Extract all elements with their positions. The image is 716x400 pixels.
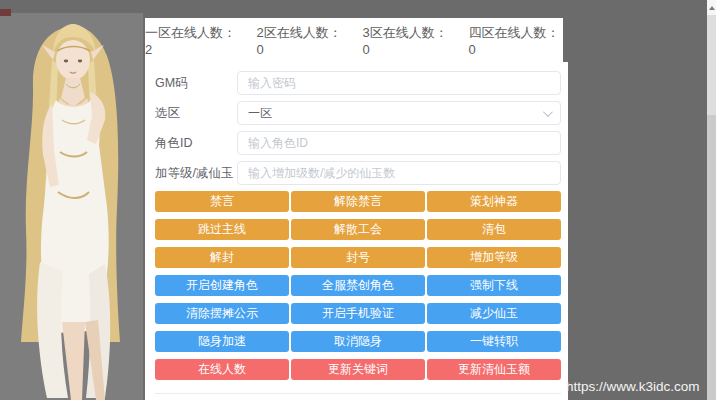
scroll-up-button[interactable] bbox=[707, 0, 716, 15]
add-level-button[interactable]: 增加等级 bbox=[427, 247, 561, 268]
cancel-stealth-button[interactable]: 取消隐身 bbox=[291, 331, 425, 352]
button-row-5: 清除摆摊公示 开启手机验证 减少仙玉 bbox=[155, 303, 561, 324]
clear-bag-button[interactable]: 清包 bbox=[427, 219, 561, 240]
planner-tool-button[interactable]: 策划神器 bbox=[427, 191, 561, 212]
zone-select[interactable]: 一区 bbox=[237, 101, 561, 125]
online-count-button[interactable]: 在线人数 bbox=[155, 359, 289, 380]
online-stat-zone1: 一区在线人数：2 bbox=[145, 24, 240, 57]
section-divider bbox=[155, 393, 561, 394]
chevron-down-icon bbox=[543, 107, 553, 117]
button-row-1: 禁言 解除禁言 策划神器 bbox=[155, 191, 561, 212]
mute-button[interactable]: 禁言 bbox=[155, 191, 289, 212]
update-jade-table-button[interactable]: 更新清仙玉额 bbox=[427, 359, 561, 380]
gm-form-panel: GM码 选区 一区 角色ID 加等级/减仙玉 禁言 解除禁言 策划神器 bbox=[145, 62, 568, 400]
ban-button[interactable]: 封号 bbox=[291, 247, 425, 268]
scrollbar[interactable] bbox=[707, 0, 716, 400]
zone-row: 选区 一区 bbox=[155, 101, 561, 125]
online-stat-zone4: 四区在线人数：0 bbox=[468, 24, 563, 57]
button-row-6: 隐身加速 取消隐身 一键转职 bbox=[155, 331, 561, 352]
clear-stall-notice-button[interactable]: 清除摆摊公示 bbox=[155, 303, 289, 324]
elf-character-illustration bbox=[0, 0, 143, 400]
disable-create-role-button[interactable]: 全服禁创角色 bbox=[291, 275, 425, 296]
button-row-3: 解封 封号 增加等级 bbox=[155, 247, 561, 268]
online-stat-zone2: 2区在线人数：0 bbox=[257, 24, 346, 57]
status-url: https://www.k3idc.com bbox=[566, 379, 716, 394]
character-image bbox=[0, 0, 143, 400]
online-stats-bar: 一区在线人数：2 2区在线人数：0 3区在线人数：0 四区在线人数：0 bbox=[145, 18, 563, 62]
gm-code-row: GM码 bbox=[155, 71, 561, 95]
gm-code-input[interactable] bbox=[237, 71, 561, 95]
level-jade-input[interactable] bbox=[237, 161, 561, 185]
page: 一区在线人数：2 2区在线人数：0 3区在线人数：0 四区在线人数：0 GM码 … bbox=[0, 0, 716, 400]
arrow-up-icon bbox=[709, 6, 715, 10]
unban-button[interactable]: 解封 bbox=[155, 247, 289, 268]
gm-code-label: GM码 bbox=[155, 75, 237, 92]
level-jade-label: 加等级/减仙玉 bbox=[155, 165, 237, 182]
role-id-input[interactable] bbox=[237, 131, 561, 155]
enable-phone-verify-button[interactable]: 开启手机验证 bbox=[291, 303, 425, 324]
reduce-jade-button[interactable]: 减少仙玉 bbox=[427, 303, 561, 324]
button-row-2: 跳过主线 解散工会 清包 bbox=[155, 219, 561, 240]
unmute-button[interactable]: 解除禁言 bbox=[291, 191, 425, 212]
role-id-row: 角色ID bbox=[155, 131, 561, 155]
button-row-4: 开启创建角色 全服禁创角色 强制下线 bbox=[155, 275, 561, 296]
gm-actions: 禁言 解除禁言 策划神器 跳过主线 解散工会 清包 解封 封号 增加等级 开启创… bbox=[155, 191, 561, 380]
zone-select-label: 选区 bbox=[155, 105, 237, 122]
disband-guild-button[interactable]: 解散工会 bbox=[291, 219, 425, 240]
scrollbar-thumb[interactable] bbox=[707, 15, 716, 115]
skip-mainquest-button[interactable]: 跳过主线 bbox=[155, 219, 289, 240]
change-class-button[interactable]: 一键转职 bbox=[427, 331, 561, 352]
role-id-label: 角色ID bbox=[155, 135, 237, 152]
online-stat-zone3: 3区在线人数：0 bbox=[363, 24, 452, 57]
stealth-speed-button[interactable]: 隐身加速 bbox=[155, 331, 289, 352]
button-row-7: 在线人数 更新关键词 更新清仙玉额 bbox=[155, 359, 561, 380]
force-offline-button[interactable]: 强制下线 bbox=[427, 275, 561, 296]
enable-create-role-button[interactable]: 开启创建角色 bbox=[155, 275, 289, 296]
update-keywords-button[interactable]: 更新关键词 bbox=[291, 359, 425, 380]
zone-select-value: 一区 bbox=[248, 105, 272, 122]
level-jade-row: 加等级/减仙玉 bbox=[155, 161, 561, 185]
